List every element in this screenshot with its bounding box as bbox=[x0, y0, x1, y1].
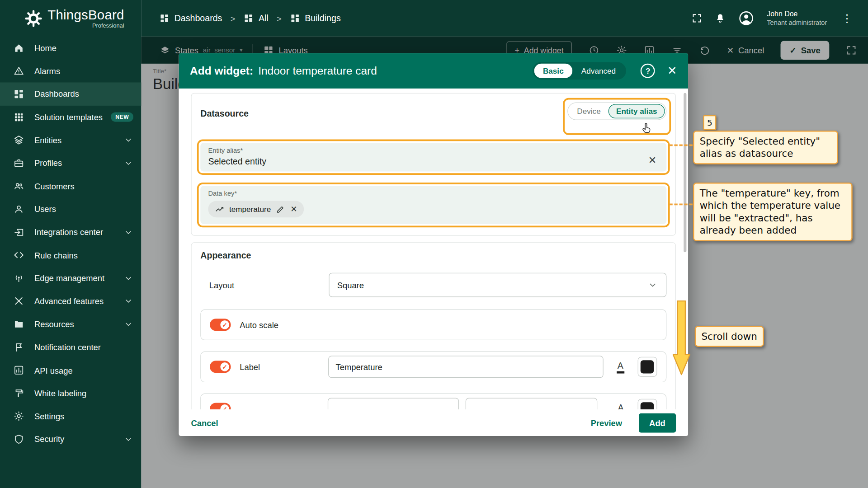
connector-line bbox=[669, 204, 692, 206]
sidebar-item-label: Dashboards bbox=[34, 89, 133, 99]
add-button[interactable]: Add bbox=[639, 413, 676, 432]
appearance-heading: Appearance bbox=[200, 251, 666, 261]
font-color-button[interactable]: A bbox=[611, 357, 630, 376]
sidebar-item-settings[interactable]: Settings bbox=[0, 405, 141, 428]
layout-select[interactable]: Square bbox=[329, 273, 666, 297]
sidebar-item-customers[interactable]: Customers bbox=[0, 174, 141, 197]
clipped-input-1[interactable] bbox=[328, 398, 459, 409]
dashboards-icon bbox=[160, 13, 170, 23]
sidebar-item-label: Alarms bbox=[34, 66, 133, 76]
flag-icon bbox=[13, 342, 24, 352]
breadcrumb-item-buildings[interactable]: Buildings bbox=[290, 13, 341, 23]
datasource-heading: Datasource bbox=[200, 109, 249, 119]
notifications-bell-icon[interactable] bbox=[715, 13, 726, 23]
sidebar-item-solution-templates[interactable]: Solution templates NEW bbox=[0, 106, 141, 129]
sidebar-item-label: Customers bbox=[34, 181, 133, 191]
data-key-value: temperature bbox=[229, 205, 271, 214]
preview-button[interactable]: Preview bbox=[591, 418, 622, 427]
sidebar-item-dashboards[interactable]: Dashboards bbox=[0, 83, 141, 106]
sidebar-item-profiles[interactable]: Profiles bbox=[0, 151, 141, 174]
more-menu-button[interactable]: ⋮ bbox=[839, 12, 854, 25]
datasource-type-entity-alias[interactable]: Entity alias bbox=[609, 104, 665, 118]
color-swatch bbox=[641, 402, 654, 409]
help-button[interactable]: ? bbox=[641, 64, 655, 78]
brand-edition: Professional bbox=[92, 22, 124, 29]
thingsboard-logo[interactable]: ThingsBoard Professional bbox=[0, 0, 141, 37]
label-color-button[interactable] bbox=[637, 357, 657, 377]
data-key-highlight: Data key* temperature ✕ bbox=[197, 183, 670, 227]
sidebar-item-edge-management[interactable]: Edge management bbox=[0, 267, 141, 290]
sidebar-item-resources[interactable]: Resources bbox=[0, 313, 141, 336]
sidebar-item-alarms[interactable]: Alarms bbox=[0, 60, 141, 83]
briefcase-icon bbox=[13, 158, 24, 169]
sidebar-item-entities[interactable]: Entities bbox=[0, 129, 141, 152]
clear-entity-alias-button[interactable]: ✕ bbox=[646, 155, 659, 167]
data-key-chip[interactable]: temperature ✕ bbox=[208, 201, 304, 217]
dashboards-icon bbox=[244, 13, 254, 23]
person-icon bbox=[13, 204, 24, 215]
sidebar-item-label: Home bbox=[34, 43, 133, 53]
sidebar-item-advanced-features[interactable]: Advanced features bbox=[0, 290, 141, 313]
sidebar-item-label: Resources bbox=[34, 319, 123, 329]
sidebar-item-label: Solution templates bbox=[34, 113, 111, 122]
data-key-field[interactable]: Data key* temperature ✕ bbox=[200, 186, 666, 224]
dialog-cancel-button[interactable]: Cancel bbox=[191, 418, 218, 427]
clipped-toggle[interactable] bbox=[210, 403, 231, 409]
sidebar-item-security[interactable]: Security bbox=[0, 428, 141, 451]
chevron-down-icon bbox=[123, 319, 133, 329]
sidebar-item-users[interactable]: Users bbox=[0, 197, 141, 221]
entity-alias-label: Entity alias* bbox=[208, 146, 659, 154]
clipped-font-color-button[interactable]: A bbox=[612, 399, 630, 409]
dialog-footer: Cancel Preview Add bbox=[179, 409, 689, 436]
letter-a-icon: A bbox=[618, 403, 623, 409]
datasource-type-device[interactable]: Device bbox=[569, 104, 609, 118]
entity-alias-field[interactable]: Entity alias* Selected entity ✕ bbox=[200, 143, 666, 172]
app-root: ThingsBoard Professional Home Alarms Das… bbox=[0, 0, 868, 488]
step-number-badge: 5 bbox=[703, 115, 716, 130]
trend-line-icon bbox=[215, 204, 224, 214]
datasource-type-highlight: Device Entity alias bbox=[563, 98, 671, 135]
auto-scale-toggle[interactable] bbox=[210, 319, 231, 331]
fullscreen-icon[interactable] bbox=[692, 13, 703, 23]
tab-advanced[interactable]: Advanced bbox=[572, 64, 624, 78]
tab-basic[interactable]: Basic bbox=[534, 64, 572, 78]
color-swatch bbox=[641, 360, 654, 373]
sidebar-item-label: Entities bbox=[34, 136, 123, 145]
shield-icon bbox=[13, 434, 24, 445]
breadcrumb-label: Buildings bbox=[305, 13, 341, 23]
sidebar-item-label: Security bbox=[34, 435, 123, 444]
chevron-down-icon bbox=[123, 434, 133, 444]
sidebar-nav: Home Alarms Dashboards Solution template… bbox=[0, 37, 141, 488]
sidebar: ThingsBoard Professional Home Alarms Das… bbox=[0, 0, 141, 488]
entity-alias-value: Selected entity bbox=[208, 156, 646, 166]
dialog-close-button[interactable]: ✕ bbox=[667, 64, 677, 77]
breadcrumb-label: Dashboards bbox=[175, 13, 222, 23]
connector-line bbox=[669, 145, 692, 146]
sidebar-item-rule-chains[interactable]: Rule chains bbox=[0, 244, 141, 267]
edit-pencil-icon[interactable] bbox=[276, 204, 285, 214]
sidebar-item-label: Integrations center bbox=[34, 227, 123, 237]
scroll-down-arrow bbox=[673, 300, 690, 376]
user-role: Tenant administrator bbox=[767, 19, 827, 27]
gear-icon bbox=[13, 411, 24, 422]
clipped-input-2[interactable] bbox=[466, 398, 597, 409]
add-widget-dialog: Add widget: Indoor temperature card Basi… bbox=[179, 53, 689, 436]
breadcrumb-item-dashboards[interactable]: Dashboards bbox=[160, 13, 222, 23]
sidebar-item-notification-center[interactable]: Notification center bbox=[0, 336, 141, 359]
clipped-color-button[interactable] bbox=[637, 399, 657, 409]
dashboards-icon bbox=[13, 89, 24, 99]
help-icon: ? bbox=[646, 66, 650, 75]
sidebar-item-integrations-center[interactable]: Integrations center bbox=[0, 221, 141, 244]
dialog-scrollbar[interactable] bbox=[684, 93, 686, 253]
sidebar-item-api-usage[interactable]: API usage bbox=[0, 359, 141, 382]
breadcrumb-item-all[interactable]: All bbox=[244, 13, 269, 23]
warning-icon bbox=[13, 66, 24, 76]
layout-value: Square bbox=[337, 280, 364, 290]
sidebar-item-home[interactable]: Home bbox=[0, 37, 141, 60]
sidebar-item-white-labeling[interactable]: White labeling bbox=[0, 382, 141, 405]
remove-key-button[interactable]: ✕ bbox=[290, 204, 297, 214]
label-toggle[interactable] bbox=[210, 361, 231, 373]
label-input[interactable] bbox=[329, 356, 604, 378]
avatar[interactable] bbox=[738, 10, 755, 27]
folder-icon bbox=[13, 319, 24, 329]
